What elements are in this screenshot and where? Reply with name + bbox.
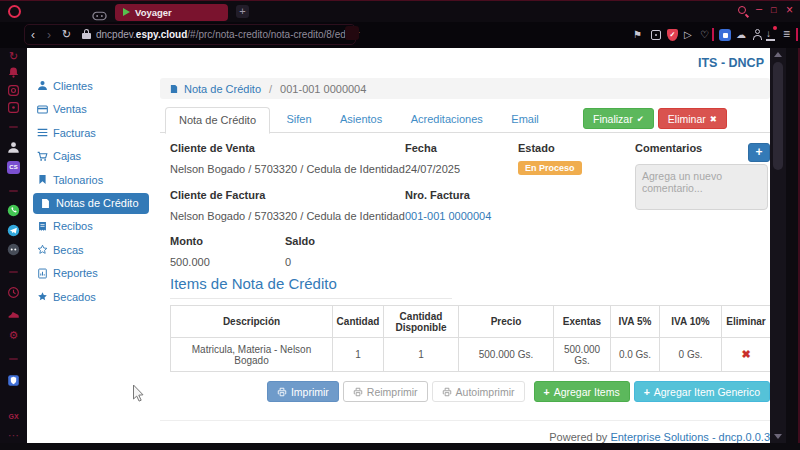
receipt-icon (37, 221, 48, 232)
print-actions: Imprimir Reimprimir Autoimprimir +Agrega… (267, 381, 770, 402)
sidebar-item-becas[interactable]: Becas (27, 238, 150, 262)
telegram-icon[interactable] (7, 224, 20, 237)
gx-logo: GX (7, 410, 20, 423)
reload-icon[interactable]: ↻ (62, 28, 71, 41)
breadcrumb-current: 001-001 0000004 (280, 83, 366, 95)
app-sidebar: Clientes Ventas Facturas Cajas Talonario… (27, 74, 150, 309)
plus-icon: + (644, 386, 650, 398)
lock-icon[interactable] (82, 29, 91, 40)
back-icon[interactable]: ‹ (31, 28, 35, 42)
window-bottom-frame (0, 443, 800, 450)
game-profile-icon[interactable] (7, 141, 20, 154)
scroll-down-arrow[interactable] (774, 434, 782, 439)
sidebar-item-becados[interactable]: Becados (27, 285, 150, 309)
credit-card-icon (37, 104, 48, 115)
page-scrollbar[interactable] (770, 48, 786, 443)
tab-strip: Nota de Crédito Sifen Asientos Acreditac… (160, 106, 770, 133)
clock-history-icon[interactable] (7, 286, 20, 299)
overflow-icon[interactable]: ⋯ (7, 429, 20, 442)
finalizar-button[interactable]: Finalizar✔ (583, 108, 654, 129)
breadcrumb: Nota de Crédito / 001-001 0000004 (160, 78, 770, 99)
new-tab-button[interactable]: + (236, 5, 249, 18)
tab-asientos[interactable]: Asientos (328, 107, 394, 131)
items-table: Descripción Cantidad Cantidad Disponible… (170, 305, 771, 372)
close-button[interactable]: × (786, 3, 793, 17)
cloud-icon[interactable]: ☁ (736, 29, 746, 40)
sidebar-item-recibos[interactable]: Recibos (27, 215, 150, 239)
autoimprimir-button[interactable]: Autoimprimir (432, 381, 525, 402)
gx-sidebar-rail: ↻ CS ⚙ GX ⋯ (0, 48, 27, 443)
bookmark-heart-icon[interactable]: ♡ (700, 29, 709, 40)
enterprise-solutions-link[interactable]: Enterprise Solutions - dncp.0.0.3 (610, 431, 770, 443)
field-cliente-factura: Cliente de Factura Nelson Bogado / 57033… (170, 189, 405, 222)
extension-icon[interactable] (719, 29, 731, 41)
remove-item-icon[interactable]: ✖ (741, 348, 750, 360)
sidebar-item-ventas[interactable]: Ventas (27, 98, 150, 122)
app-brand: ITS - DNCP (698, 56, 764, 70)
download-badge-dot (773, 26, 777, 30)
table-row: Matricula, Materia - Nelson Bogado 1 1 5… (171, 338, 771, 372)
add-comment-button[interactable]: + (748, 143, 770, 162)
sidebar-item-cajas[interactable]: Cajas (27, 145, 150, 169)
scrollbar-thumb[interactable] (773, 62, 783, 170)
forward-icon[interactable]: › (47, 28, 51, 42)
minimize-button[interactable]: – (756, 2, 762, 14)
search-icon-handle (745, 14, 749, 18)
window-right-frame (786, 48, 800, 443)
discord-icon[interactable] (7, 243, 20, 256)
tab-favicon-play-icon (123, 8, 130, 16)
field-comentarios: Comentarios (635, 142, 702, 154)
menu-icon[interactable]: ≡ (783, 27, 790, 41)
pin-icon[interactable]: ⚑ (633, 29, 642, 40)
bell-icon[interactable] (7, 66, 20, 79)
whatsapp-icon[interactable] (7, 204, 20, 217)
sidebar-item-notas-de-credito[interactable]: Notas de Crédito (33, 193, 149, 214)
sidebar-item-talonarios[interactable]: Talonarios (27, 168, 150, 192)
instagram-icon[interactable] (7, 84, 20, 97)
field-cliente-venta: Cliente de Venta Nelson Bogado / 5703320… (170, 142, 405, 175)
snapshot-icon[interactable] (651, 30, 661, 40)
gx-store-icon[interactable] (7, 308, 20, 321)
browser-titlebar: Voyager + – □ × (0, 0, 800, 22)
breadcrumb-link[interactable]: Nota de Crédito (184, 83, 261, 95)
tab-acreditaciones[interactable]: Acreditaciones (399, 107, 495, 131)
items-section-title: Items de Nota de Crédito (170, 275, 337, 292)
reimprimir-button[interactable]: Reimprimir (343, 381, 428, 402)
download-icon[interactable]: ↓ (766, 28, 771, 39)
agregar-item-generico-button[interactable]: +Agregar Item Generico (634, 381, 770, 402)
nro-factura-link[interactable]: 001-001 0000004 (405, 210, 491, 222)
list-icon (37, 127, 48, 138)
printer-icon (353, 387, 363, 397)
browser-tab-voyager[interactable]: Voyager (115, 4, 228, 21)
sidebar-item-clientes[interactable]: Clientes (27, 74, 150, 98)
player-icon[interactable]: ▷ (684, 29, 692, 40)
app-shortcut-icon[interactable] (7, 101, 20, 114)
profile-icon[interactable] (752, 29, 763, 40)
sidebar-item-reportes[interactable]: Reportes (27, 262, 150, 286)
cs-app-icon[interactable]: CS (7, 161, 20, 174)
plus-icon: + (544, 386, 550, 398)
scroll-up-arrow[interactable] (774, 52, 782, 57)
agregar-items-button[interactable]: +Agregar Items (534, 381, 630, 402)
sidebar-item-facturas[interactable]: Facturas (27, 121, 150, 145)
comment-input[interactable] (635, 164, 768, 210)
tab-email[interactable]: Email (499, 107, 551, 131)
url-text[interactable]: dncpdev.espy.cloud/#/prc/nota-credito/no… (96, 29, 360, 40)
person-icon (37, 80, 48, 91)
download-icon-bar (766, 39, 775, 41)
maximize-button[interactable]: □ (771, 5, 776, 15)
tab-nota-de-credito[interactable]: Nota de Crédito (165, 107, 270, 134)
printer-icon (442, 387, 452, 397)
bookmark-icon (37, 174, 48, 185)
opera-gx-logo-icon (8, 5, 21, 18)
bitwarden-shield-icon[interactable] (7, 374, 20, 387)
history-refresh-icon[interactable]: ↻ (7, 50, 20, 63)
search-icon[interactable] (738, 6, 746, 14)
tab-sifen[interactable]: Sifen (275, 107, 324, 131)
adblock-shield-icon[interactable]: ✓ (667, 29, 678, 41)
eliminar-button[interactable]: Eliminar✖ (658, 108, 727, 129)
address-bar-extension-badge[interactable] (345, 26, 359, 40)
imprimir-button[interactable]: Imprimir (267, 381, 339, 402)
settings-gear-icon[interactable]: ⚙ (7, 329, 20, 342)
mouse-cursor (132, 384, 146, 404)
